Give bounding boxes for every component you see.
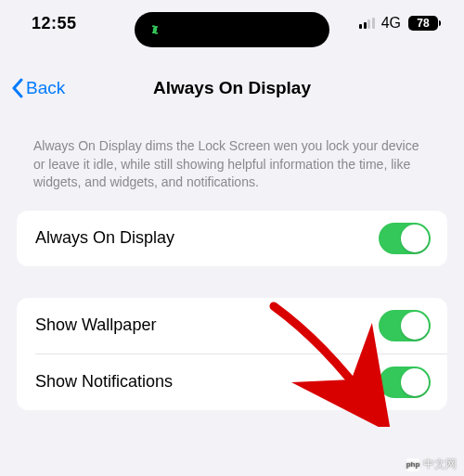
switch-knob: [401, 225, 429, 252]
content-area: Always On Display dims the Lock Screen w…: [0, 111, 464, 410]
description-text: Always On Display dims the Lock Screen w…: [17, 137, 447, 192]
link-icon: [146, 20, 164, 39]
back-label: Back: [26, 78, 65, 98]
watermark-text: 中文网: [423, 457, 457, 472]
row-label: Show Notifications: [35, 372, 173, 392]
row-show-notifications[interactable]: Show Notifications: [17, 354, 447, 410]
back-button[interactable]: Back: [11, 78, 65, 98]
battery-icon: 78: [408, 16, 438, 31]
row-label: Show Wallpaper: [35, 315, 156, 335]
chevron-back-icon: [11, 78, 24, 98]
toggle-show-wallpaper[interactable]: [379, 310, 431, 341]
watermark: php 中文网: [406, 457, 457, 472]
switch-knob: [401, 312, 429, 340]
battery-level: 78: [417, 17, 429, 30]
row-show-wallpaper[interactable]: Show Wallpaper: [17, 298, 447, 354]
page-title: Always On Display: [153, 78, 311, 98]
signal-icon: [359, 18, 375, 29]
row-label: Always On Display: [35, 228, 174, 248]
settings-group-1: Always On Display: [17, 211, 447, 266]
status-time: 12:55: [32, 14, 77, 33]
status-right: 4G 78: [359, 15, 438, 32]
toggle-always-on-display[interactable]: [379, 223, 431, 254]
dynamic-island[interactable]: [135, 12, 329, 47]
settings-group-2: Show Wallpaper Show Notifications: [17, 298, 447, 410]
toggle-show-notifications[interactable]: [379, 367, 431, 398]
switch-knob: [401, 368, 429, 396]
php-icon: php: [406, 458, 419, 471]
nav-bar: Back Always On Display: [0, 65, 464, 111]
status-bar: 12:55 4G 78: [0, 0, 464, 50]
row-always-on-display[interactable]: Always On Display: [17, 211, 447, 266]
network-label: 4G: [381, 15, 401, 32]
